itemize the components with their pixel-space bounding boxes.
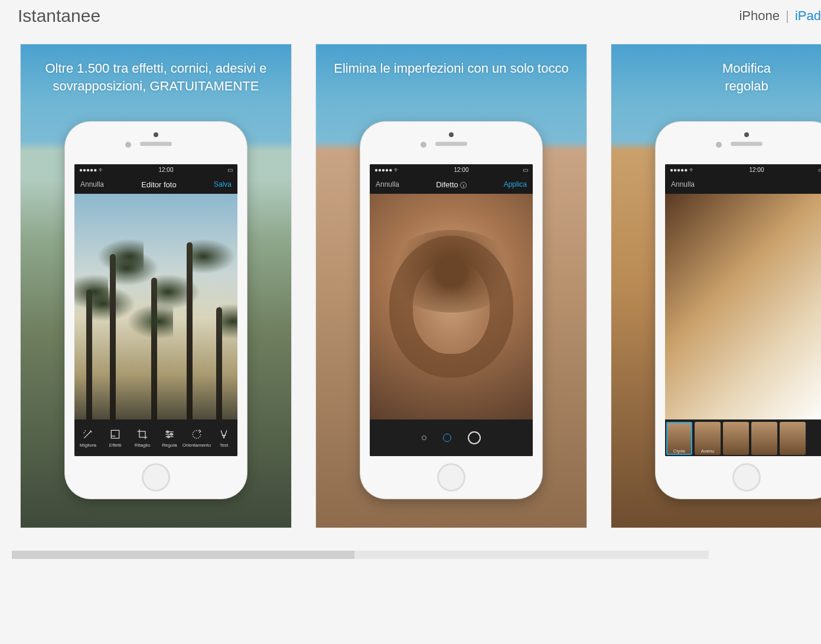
tool-label: Ritaglio (135, 443, 151, 448)
cancel-button[interactable]: Annulla (376, 180, 399, 188)
phone-screen: ●●●●● ᯤ 12:00 ▭ Annulla Clyde Avenu (665, 164, 821, 456)
portrait-face (413, 259, 490, 354)
filter-thumb[interactable] (723, 422, 749, 455)
app-navbar: Annulla Difetto i Applica (370, 175, 533, 194)
screenshot-caption: Oltre 1.500 tra effetti, cornici, adesiv… (21, 60, 291, 95)
horizontal-scrollbar[interactable] (12, 551, 709, 559)
palm-tree-icon (216, 307, 222, 419)
rotate-icon (191, 428, 203, 440)
signal-icon: ●●●●● ᯤ (670, 167, 695, 173)
navbar-title: Editor foto (141, 180, 176, 189)
screenshot-card[interactable]: Modifica regolab ●●●●● ᯤ 12:00 ▭ Annulla… (611, 44, 821, 528)
brush-size-selector (370, 419, 533, 456)
filter-label: Avenu (701, 448, 715, 454)
phone-sensor-icon (716, 142, 722, 148)
tool-label: Regola (162, 443, 177, 448)
save-button[interactable]: Salva (214, 180, 232, 188)
separator: | (786, 8, 789, 23)
filter-thumb[interactable] (780, 422, 806, 455)
brush-large[interactable] (468, 431, 481, 444)
apply-button[interactable]: Applica (504, 180, 527, 188)
status-time: 12:00 (749, 167, 764, 173)
tool-crop[interactable]: Ritaglio (129, 428, 155, 448)
text-icon (218, 428, 230, 440)
app-navbar: Annulla Editor foto Salva (74, 175, 237, 194)
screenshot-card[interactable]: Elimina le imperfezioni con un solo tocc… (315, 44, 587, 528)
app-navbar: Annulla (665, 175, 821, 194)
screenshot-card[interactable]: Oltre 1.500 tra effetti, cornici, adesiv… (20, 44, 292, 528)
home-button-icon (437, 463, 465, 492)
phone-mockup: ●●●●● ᯤ 12:00 ▭ Annulla Editor foto Salv… (64, 121, 247, 499)
status-bar: ●●●●● ᯤ 12:00 ▭ (74, 164, 237, 175)
navbar-title: Difetto i (436, 180, 467, 189)
section-title: Istantanee (18, 6, 100, 26)
brush-medium[interactable] (443, 434, 451, 442)
status-bar: ●●●●● ᯤ 12:00 ▭ (370, 164, 533, 175)
editor-toolbar: Migliora Effetti Ritaglio Regola (74, 419, 237, 456)
brush-small[interactable] (422, 435, 426, 440)
filter-strip[interactable]: Clyde Avenu (665, 419, 821, 456)
tool-label: Test (220, 443, 229, 448)
status-time: 12:00 (454, 167, 468, 173)
device-ipad-link[interactable]: iPad (795, 8, 821, 23)
phone-speaker-icon (731, 142, 763, 146)
phone-mockup: ●●●●● ᯤ 12:00 ▭ Annulla Clyde Avenu (655, 121, 821, 499)
tool-label: Orientamento (183, 443, 211, 448)
status-bar: ●●●●● ᯤ 12:00 ▭ (665, 164, 821, 175)
tool-effects[interactable]: Effetti (102, 428, 128, 448)
phone-camera-icon (449, 132, 454, 137)
tool-text[interactable]: Test (211, 428, 237, 448)
cancel-button[interactable]: Annulla (671, 180, 695, 188)
phone-camera-icon (154, 132, 158, 137)
battery-icon: ▭ (818, 167, 821, 173)
device-picker: iPhone | iPad (739, 8, 821, 24)
status-time: 12:00 (158, 167, 173, 173)
signal-icon: ●●●●● ᯤ (374, 167, 400, 173)
battery-icon: ▭ (227, 167, 233, 173)
filter-thumb[interactable]: Avenu (695, 422, 721, 455)
phone-sensor-icon (125, 142, 131, 148)
palm-tree-icon (187, 242, 193, 419)
wand-icon (82, 428, 94, 440)
tool-label: Migliora (80, 443, 96, 448)
phone-screen: ●●●●● ᯤ 12:00 ▭ Annulla Difetto i Applic… (370, 164, 533, 456)
section-header: Istantanee iPhone | iPad (18, 6, 821, 26)
filter-thumb[interactable] (751, 422, 777, 455)
tool-enhance[interactable]: Migliora (75, 428, 101, 448)
filter-label: Clyde (673, 448, 685, 454)
palm-tree-icon (110, 254, 116, 419)
tool-orientation[interactable]: Orientamento (184, 428, 210, 448)
phone-mockup: ●●●●● ᯤ 12:00 ▭ Annulla Difetto i Applic… (360, 121, 543, 499)
device-iphone-link[interactable]: iPhone (739, 8, 780, 23)
photo-canvas (665, 194, 821, 419)
effects-icon (109, 428, 121, 440)
photo-canvas (370, 194, 533, 419)
palm-tree-icon (151, 278, 157, 419)
cancel-button[interactable]: Annulla (80, 180, 104, 188)
battery-icon: ▭ (523, 167, 528, 173)
sliders-icon (164, 428, 175, 440)
tool-label: Effetti (109, 443, 121, 448)
screenshot-gallery[interactable]: Oltre 1.500 tra effetti, cornici, adesiv… (18, 44, 821, 528)
phone-screen: ●●●●● ᯤ 12:00 ▭ Annulla Editor foto Salv… (74, 164, 237, 456)
photo-canvas (74, 194, 237, 419)
phone-camera-icon (744, 132, 749, 137)
home-button-icon (732, 463, 761, 492)
tool-adjust[interactable]: Regola (157, 428, 183, 448)
crop-icon (136, 428, 148, 440)
signal-icon: ●●●●● ᯤ (79, 167, 105, 173)
filter-thumb[interactable]: Clyde (666, 422, 692, 455)
phone-speaker-icon (435, 142, 467, 146)
info-icon[interactable]: i (460, 182, 467, 188)
phone-sensor-icon (421, 142, 426, 148)
phone-speaker-icon (140, 142, 172, 146)
svg-rect-0 (111, 430, 119, 438)
screenshot-caption: Elimina le imperfezioni con un solo tocc… (316, 60, 587, 77)
home-button-icon (142, 463, 170, 492)
scrollbar-thumb[interactable] (12, 551, 354, 559)
screenshot-caption: Modifica regolab (611, 60, 821, 95)
